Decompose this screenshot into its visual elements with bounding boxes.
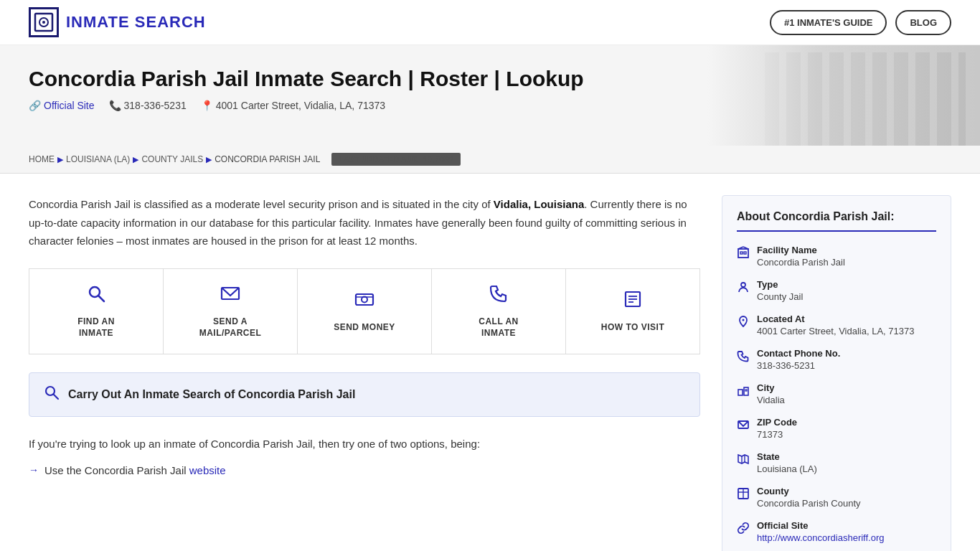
guide-button[interactable]: #1 INMATE'S GUIDE [770,10,887,35]
location-pin-icon [737,315,750,331]
info-located-at: Located At 4001 Carter Street, Vidalia, … [737,314,936,336]
action-cards: FIND ANINMATE SEND AMAIL/PARCEL [29,268,700,355]
hero-section: Concordia Parish Jail Inmate Search | Ro… [0,45,980,146]
address-info: 📍 4001 Carter Street, Vidalia, LA, 71373 [201,100,385,111]
find-inmate-icon [86,283,106,309]
header-buttons: #1 INMATE'S GUIDE BLOG [770,10,951,35]
type-label: Type [757,279,803,290]
phone-label: Contact Phone No. [757,348,840,359]
type-icon [737,281,750,296]
lookup-item-1-text: Use the Concordia Parish Jail website [44,464,226,476]
info-phone: Contact Phone No. 318-336-5231 [737,348,936,371]
send-money-icon [354,289,374,314]
card-call-inmate[interactable]: CALL ANINMATE [432,269,566,354]
official-site-label: Official Site [757,520,885,531]
svg-line-14 [54,395,59,400]
hero-gradient [707,45,980,146]
sep3: ▶ [206,155,212,164]
send-mail-label: SEND AMAIL/PARCEL [199,316,262,340]
lookup-intro: If you're trying to look up an inmate of… [29,435,700,453]
breadcrumb-current: CONCORDIA PARISH JAIL [215,154,320,164]
how-to-visit-label: HOW TO VISIT [601,321,664,334]
info-county: County Concordia Parish County [737,486,936,509]
facility-name-label: Facility Name [757,245,845,255]
info-type: Type County Jail [737,279,936,302]
city-value: Vidalia [757,395,785,405]
sep1: ▶ [57,155,63,164]
svg-rect-16 [740,252,743,254]
official-site-url[interactable]: http://www.concordiasheriff.org [757,532,885,543]
info-zip: ZIP Code 71373 [737,417,936,440]
card-find-inmate[interactable]: FIND ANINMATE [29,269,164,354]
svg-point-2 [42,21,45,24]
info-facility-name: Facility Name Concordia Parish Jail [737,245,936,268]
blog-button[interactable]: BLOG [895,10,951,35]
county-value: Concordia Parish County [757,498,861,509]
phone-value: 318-336-5231 [757,360,840,371]
county-label: County [757,486,861,496]
type-value: County Jail [757,291,803,302]
search-box-text: Carry Out An Inmate Search of Concordia … [68,388,355,401]
svg-rect-17 [744,252,746,254]
call-inmate-icon [489,283,509,309]
site-title: INMATE SEARCH [66,13,206,32]
located-at-value: 4001 Carter Street, Vidalia, LA, 71373 [757,326,914,336]
logo-icon [29,7,59,37]
search-box[interactable]: Carry Out An Inmate Search of Concordia … [29,372,700,417]
last-updated-badge: LAST UPDATED AUG. 10, 2022 [331,153,461,166]
breadcrumb-home[interactable]: HOME [29,154,55,164]
logo-area[interactable]: INMATE SEARCH [29,7,206,37]
info-official-site: Official Site http://www.concordiasherif… [737,520,936,543]
desc-text1: Concordia Parish Jail is classified as a… [29,198,494,210]
card-how-to-visit[interactable]: HOW TO VISIT [566,269,699,354]
svg-point-20 [741,283,745,287]
sidebar-card: About Concordia Parish Jail: Facility Na… [722,195,951,551]
lookup-item-1: → Use the Concordia Parish Jail website [29,464,700,476]
info-state: State Louisiana (LA) [737,451,936,474]
lookup-list: → Use the Concordia Parish Jail website [29,464,700,476]
link-icon [737,522,750,537]
state-label: State [757,451,817,462]
breadcrumb-louisiana[interactable]: LOUISIANA (LA) [66,154,130,164]
description: Concordia Parish Jail is classified as a… [29,195,700,250]
desc-bold: Vidalia, Louisiana [494,198,584,210]
main-content: Concordia Parish Jail is classified as a… [0,174,980,551]
breadcrumb: HOME ▶ LOUISIANA (LA) ▶ COUNTY JAILS ▶ C… [0,146,980,174]
zip-label: ZIP Code [757,417,797,428]
mail-icon [737,418,750,434]
arrow-icon-1: → [29,464,39,476]
find-inmate-label: FIND ANINMATE [77,316,115,340]
card-send-mail[interactable]: SEND AMAIL/PARCEL [164,269,298,354]
sep2: ▶ [133,155,138,164]
official-site-link[interactable]: 🔗 Official Site [29,100,95,111]
send-mail-icon [220,283,240,309]
svg-rect-22 [738,390,743,395]
county-icon [737,487,750,503]
city-icon [737,384,750,400]
building-icon [737,246,750,262]
card-send-money[interactable]: SEND MONEY [298,269,432,354]
how-to-visit-icon [623,289,643,314]
svg-point-21 [743,319,745,321]
phone-info: 📞 318-336-5231 [109,100,187,111]
page-title: Concordia Parish Jail Inmate Search | Ro… [29,67,951,91]
hero-meta: 🔗 Official Site 📞 318-336-5231 📍 4001 Ca… [29,100,951,111]
svg-line-4 [99,296,105,301]
phone-icon [737,349,750,365]
svg-rect-25 [745,390,747,391]
search-box-icon [44,385,60,405]
breadcrumb-county-jails[interactable]: COUNTY JAILS [141,154,203,164]
info-city: City Vidalia [737,382,936,405]
lookup-website-link[interactable]: website [189,464,226,476]
city-label: City [757,382,785,393]
content-left: Concordia Parish Jail is classified as a… [29,195,700,551]
sidebar-heading: About Concordia Parish Jail: [737,210,936,232]
send-money-label: SEND MONEY [334,321,395,334]
official-site-value: http://www.concordiasheriff.org [757,532,885,543]
svg-rect-6 [356,294,373,305]
call-inmate-label: CALL ANINMATE [479,316,519,340]
svg-marker-27 [738,455,748,463]
facility-name-value: Concordia Parish Jail [757,257,845,268]
map-icon [737,453,750,468]
zip-value: 71373 [757,429,797,440]
